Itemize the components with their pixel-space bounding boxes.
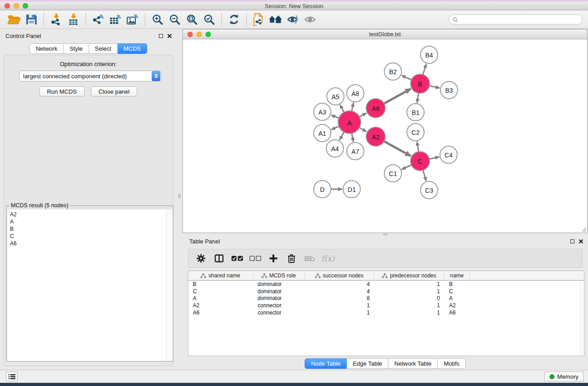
tab-select[interactable]: Select bbox=[89, 43, 118, 54]
table-row[interactable]: A6connector11A6 bbox=[188, 309, 584, 316]
run-mcds-button[interactable]: Run MCDS bbox=[39, 86, 85, 96]
column-header-name[interactable]: name bbox=[445, 271, 470, 280]
node-D[interactable]: D bbox=[314, 181, 331, 198]
tab-node-table[interactable]: Node Table bbox=[305, 358, 347, 369]
show-graphics-details-button[interactable] bbox=[302, 12, 319, 27]
deselect-all-button[interactable] bbox=[247, 252, 263, 265]
node-B2[interactable]: B2 bbox=[384, 63, 402, 80]
delete-table-button[interactable] bbox=[301, 252, 318, 265]
mcds-result-list[interactable]: A2ABCA6 bbox=[7, 210, 167, 361]
node-D1[interactable]: D1 bbox=[343, 181, 360, 198]
tab-network[interactable]: Network bbox=[29, 43, 64, 54]
refresh-layout-button[interactable] bbox=[225, 12, 243, 27]
node-C4[interactable]: C4 bbox=[440, 146, 457, 163]
table-options-button[interactable] bbox=[193, 252, 209, 265]
network-file-button[interactable] bbox=[250, 12, 268, 27]
edge-B-B2[interactable] bbox=[402, 76, 412, 81]
tab-mcds[interactable]: MCDS bbox=[118, 43, 147, 54]
delete-column-button[interactable] bbox=[283, 252, 300, 265]
export-image-button[interactable] bbox=[124, 12, 141, 27]
node-A2[interactable]: A2 bbox=[366, 127, 385, 146]
node-C2[interactable]: C2 bbox=[407, 124, 424, 141]
memory-button[interactable]: Memory bbox=[545, 372, 583, 381]
tab-edge-table[interactable]: Edge Table bbox=[347, 358, 388, 369]
tab-motifs[interactable]: Motifs bbox=[438, 358, 466, 369]
show-column-button[interactable] bbox=[211, 252, 227, 265]
edge-C-C3[interactable] bbox=[422, 169, 426, 181]
column-header-predecessor-nodes[interactable]: predecessor nodes bbox=[374, 271, 445, 280]
mcds-result-item[interactable]: A2 bbox=[10, 211, 164, 218]
table-row[interactable]: Bdominator41B bbox=[188, 281, 584, 288]
import-network-button[interactable] bbox=[48, 12, 65, 27]
column-header-successor-nodes[interactable]: successor nodes bbox=[305, 271, 374, 280]
node-A5[interactable]: A5 bbox=[327, 88, 344, 105]
node-A7[interactable]: A7 bbox=[347, 143, 364, 160]
zoom-selected-button[interactable] bbox=[201, 12, 218, 27]
float-panel-icon[interactable] bbox=[570, 239, 574, 243]
edge-A2-C[interactable] bbox=[383, 141, 411, 156]
optimization-criterion-select[interactable]: largest connected component (directed) bbox=[19, 71, 161, 81]
node-C1[interactable]: C1 bbox=[384, 165, 402, 182]
import-table-button[interactable] bbox=[65, 12, 82, 27]
node-C3[interactable]: C3 bbox=[421, 181, 438, 199]
search-input[interactable] bbox=[460, 16, 582, 23]
zoom-out-button[interactable] bbox=[166, 12, 183, 27]
save-session-button[interactable] bbox=[23, 12, 40, 27]
export-table-button[interactable] bbox=[107, 12, 124, 27]
mcds-result-item[interactable]: A6 bbox=[10, 240, 164, 247]
node-B[interactable]: B bbox=[411, 74, 430, 93]
mcds-result-item[interactable]: B bbox=[10, 225, 164, 233]
tab-network-table[interactable]: Network Table bbox=[388, 358, 438, 369]
node-B1[interactable]: B1 bbox=[407, 104, 424, 121]
node-B3[interactable]: B3 bbox=[440, 81, 458, 99]
zoom-in-button[interactable] bbox=[149, 12, 166, 27]
tab-style[interactable]: Style bbox=[64, 43, 89, 54]
create-column-button[interactable] bbox=[265, 252, 282, 265]
node-A8[interactable]: A8 bbox=[347, 85, 364, 102]
node-A4[interactable]: A4 bbox=[326, 140, 344, 157]
show-panels-button[interactable] bbox=[6, 372, 18, 381]
table-row[interactable]: Cdominator41C bbox=[188, 288, 584, 295]
mcds-result-item[interactable]: C bbox=[10, 233, 164, 240]
table-scrollbar[interactable] bbox=[580, 281, 584, 356]
hide-graphics-details-button[interactable] bbox=[285, 12, 302, 27]
cell-MCDS-role: dominator bbox=[253, 288, 305, 295]
function-builder-button[interactable]: f(x) bbox=[321, 254, 335, 263]
open-session-button[interactable] bbox=[5, 12, 23, 27]
node-label: A4 bbox=[331, 145, 339, 152]
search-box[interactable] bbox=[449, 14, 583, 24]
cell-successor-nodes: 1 bbox=[305, 302, 374, 309]
edge-A6-B[interactable] bbox=[383, 89, 411, 104]
node-A[interactable]: A bbox=[338, 111, 361, 133]
cell-name: A bbox=[445, 295, 470, 301]
node-label: B2 bbox=[389, 68, 397, 76]
close-panel-icon[interactable] bbox=[578, 239, 583, 244]
network-window-titlebar[interactable]: testGlobe.txt bbox=[183, 29, 587, 39]
close-panel-button[interactable]: Close panel bbox=[91, 86, 138, 96]
cell-successor-nodes: 4 bbox=[305, 281, 374, 287]
window-resize-grip[interactable] bbox=[580, 226, 587, 232]
table-row[interactable]: A2connector11A2 bbox=[188, 302, 584, 309]
float-panel-icon[interactable] bbox=[159, 34, 163, 38]
cell-name: C bbox=[445, 288, 470, 295]
node-C[interactable]: C bbox=[411, 152, 430, 171]
zoom-in-icon bbox=[152, 14, 163, 25]
close-panel-icon[interactable] bbox=[167, 33, 172, 38]
column-header-MCDS-role[interactable]: MCDS role bbox=[253, 271, 305, 280]
node-B4[interactable]: B4 bbox=[421, 46, 438, 63]
vertical-splitter-handle[interactable] bbox=[178, 194, 181, 198]
network-graph-canvas[interactable]: AA6A2BCA1A3A4A5A7A8B1B2B3B4C1C2C3C4DD1 bbox=[183, 39, 587, 233]
mcds-result-item[interactable]: A bbox=[10, 218, 164, 225]
select-all-button[interactable] bbox=[229, 252, 245, 265]
export-network-button[interactable] bbox=[90, 12, 107, 27]
edge-C-C1[interactable] bbox=[402, 164, 412, 169]
node-A6[interactable]: A6 bbox=[366, 99, 385, 118]
node-A1[interactable]: A1 bbox=[314, 124, 331, 142]
column-header-shared-name[interactable]: shared name bbox=[188, 271, 253, 280]
home-button[interactable] bbox=[268, 12, 285, 27]
mcds-result-scrollbar[interactable] bbox=[166, 210, 172, 361]
edge-B-B4[interactable] bbox=[422, 64, 426, 76]
node-A3[interactable]: A3 bbox=[314, 103, 331, 120]
table-row[interactable]: Adominator80A bbox=[188, 295, 584, 302]
zoom-fit-button[interactable] bbox=[183, 12, 201, 27]
